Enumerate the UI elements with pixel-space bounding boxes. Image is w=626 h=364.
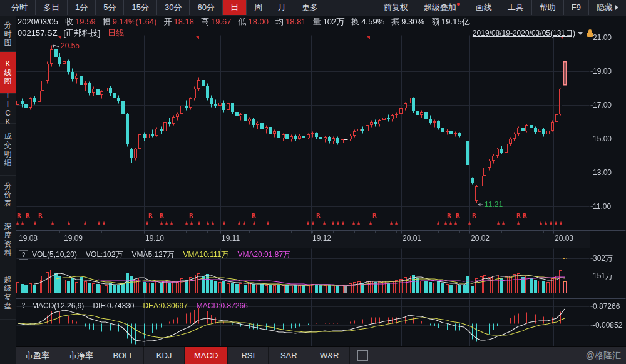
indicator-tab-市盈率[interactable]: 市盈率 [16, 347, 59, 364]
x-axis-label: 20.03 [555, 234, 573, 243]
quote-field-label: 均 [275, 17, 284, 26]
stock-name: [正邦科技] [63, 28, 100, 38]
indicator-tab-MACD[interactable]: MACD [185, 347, 228, 364]
quote-field-value: 102万 [323, 17, 345, 26]
indicator-tab-BOLL[interactable]: BOLL [103, 347, 144, 364]
quote-fields: 收19.59幅9.14%(1.64)开18.18高19.67低18.00均18.… [58, 17, 470, 26]
stock-app-window: 分时多日1分5分15分30分60分日周月更多 前复权超级叠加画线工具帮助F9隐藏… [0, 0, 626, 364]
indicator-tab-市净率[interactable]: 市净率 [59, 347, 103, 364]
watermark: @格隆汇 [586, 347, 621, 364]
macd-help-button[interactable]: ? [19, 301, 28, 310]
indicator-value-label: VMA10:111万 [183, 250, 228, 259]
indicator-tabs: 市盈率市净率BOLLKDJMACDRSISARW&R [16, 347, 350, 364]
quote-field-label: 幅 [103, 17, 111, 26]
menu-item-画线[interactable]: 画线 [468, 0, 500, 15]
quote-field-value: 18.00 [249, 17, 269, 26]
stock-code-row: 002157.SZ [正邦科技] 日线 [18, 28, 124, 39]
chevron-down-icon[interactable] [578, 32, 583, 35]
quote-field-label: 量 [313, 17, 321, 26]
y-axis-label: -0.00852 [593, 321, 622, 330]
period-tab-周[interactable]: 周 [247, 0, 270, 15]
quote-field-value: 18.81 [285, 17, 306, 26]
sidebar-item-深度资料[interactable]: 深度资料 [0, 213, 16, 266]
x-axis-label: 19.09 [64, 234, 83, 243]
menu-item-F9[interactable]: F9 [563, 0, 588, 15]
y-axis-label: 302万 [593, 253, 613, 264]
quote-date: 2020/03/05 [18, 17, 58, 26]
quote-field-label: 开 [163, 17, 172, 26]
y-axis-label: 13.00 [593, 168, 612, 177]
indicator-tab-W&R[interactable]: W&R [309, 347, 350, 364]
vol-help-button[interactable]: ? [19, 250, 28, 260]
quote-info-row: 2020/03/05收19.59幅9.14%(1.64)开18.18高19.67… [18, 16, 470, 28]
sidebar-item-K线图[interactable]: K线图 [0, 52, 16, 94]
unlock-icon[interactable] [587, 29, 593, 38]
sidebar-item-超级复盘[interactable]: 超级复盘 [0, 266, 16, 320]
quote-field-value: 19.15亿 [441, 17, 470, 26]
high-price-annotation: 20.55 [61, 41, 80, 50]
y-axis-label: 15.00 [593, 134, 612, 143]
sidebar: 分时图K线图TICK成交明细分价表深度资料超级复盘 [0, 16, 16, 364]
period-tab-15分[interactable]: 15分 [124, 0, 156, 15]
topbar: 分时多日1分5分15分30分60分日周月更多 前复权超级叠加画线工具帮助F9隐藏 [0, 0, 626, 16]
quote-field-value: 19.67 [211, 17, 232, 26]
quote-field-value: 9.14%(1.64) [113, 17, 157, 26]
period-tab-60分[interactable]: 60分 [190, 0, 222, 15]
topbar-menu: 前复权超级叠加画线工具帮助F9隐藏 [376, 0, 626, 16]
stock-code: 002157.SZ [18, 28, 58, 38]
indicator-value-label: VMA20:91.87万 [237, 250, 290, 259]
indicator-tab-bar: 市盈率市净率BOLLKDJMACDRSISARW&R @格隆汇 [16, 346, 626, 364]
sidebar-item-TICK[interactable]: TICK [0, 94, 16, 124]
period-tab-多日[interactable]: 多日 [36, 0, 68, 15]
period-tab-5分[interactable]: 5分 [96, 0, 124, 15]
quote-field-label: 高 [201, 17, 209, 26]
menu-item-隐藏[interactable]: 隐藏 [588, 0, 626, 15]
quote-field-value: 4.59% [361, 17, 384, 26]
y-axis-label: 0.87266 [593, 302, 620, 311]
sidebar-item-成交明细[interactable]: 成交明细 [0, 124, 16, 176]
menu-item-前复权[interactable]: 前复权 [376, 0, 416, 15]
quote-field-label: 换 [351, 17, 359, 26]
low-price-annotation: 11.21 [485, 200, 503, 209]
indicator-value-label: VOL:102万 [86, 250, 123, 259]
y-axis-label: 17.00 [593, 101, 612, 109]
sidebar-item-分价表[interactable]: 分价表 [0, 176, 16, 213]
macd-indicator-header: ? MACD(12,26,9)DIF:0.74330DEA:0.30697MAC… [19, 301, 257, 310]
indicator-tab-KDJ[interactable]: KDJ [144, 347, 185, 364]
menu-item-帮助[interactable]: 帮助 [531, 0, 563, 15]
date-range-text[interactable]: 2019/08/19-2020/03/05(131日) [473, 28, 575, 39]
indicator-tab-SAR[interactable]: SAR [269, 347, 309, 364]
x-axis-label: 19.10 [145, 234, 164, 243]
indicator-value-label: MACD:0.87266 [197, 301, 248, 310]
date-range-selector[interactable]: 2019/08/19-2020/03/05(131日) [473, 28, 593, 39]
sidebar-item-分时图[interactable]: 分时图 [0, 16, 16, 52]
period-tab-1分[interactable]: 1分 [68, 0, 96, 15]
x-axis-label: 19.11 [222, 234, 240, 243]
add-indicator-button[interactable] [357, 350, 368, 361]
indicator-value-label: VOL(5,10,20) [32, 250, 77, 259]
quote-field-value: 9.30% [401, 17, 424, 26]
x-axis-label: 19.08 [19, 234, 38, 243]
quote-field-value: 19.59 [75, 17, 96, 26]
menu-item-超级叠加[interactable]: 超级叠加 [416, 0, 468, 15]
chevron-right-icon [615, 5, 618, 10]
period-tab-月[interactable]: 月 [270, 0, 294, 15]
notification-dot-icon [457, 3, 460, 6]
y-axis-label: 11.00 [593, 202, 611, 211]
indicator-value-label: DIF:0.74330 [93, 301, 134, 310]
indicator-value-label: DEA:0.30697 [143, 301, 187, 310]
quote-field-value: 18.18 [173, 17, 194, 26]
x-axis-label: 20.01 [403, 234, 421, 243]
period-tabs: 分时多日1分5分15分30分60分日周月更多 [0, 0, 326, 16]
y-axis-label: 21.00 [593, 33, 612, 42]
indicator-tab-RSI[interactable]: RSI [228, 347, 269, 364]
period-label: 日线 [108, 28, 124, 38]
indicator-value-label: VMA5:127万 [131, 250, 174, 259]
menu-item-工具[interactable]: 工具 [500, 0, 531, 15]
period-tab-30分[interactable]: 30分 [157, 0, 190, 15]
quote-field-label: 收 [65, 17, 73, 26]
macd-header-items: MACD(12,26,9)DIF:0.74330DEA:0.30697MACD:… [32, 301, 257, 310]
period-tab-日[interactable]: 日 [223, 0, 247, 15]
period-tab-更多[interactable]: 更多 [294, 0, 326, 15]
period-tab-分时[interactable]: 分时 [4, 0, 36, 15]
